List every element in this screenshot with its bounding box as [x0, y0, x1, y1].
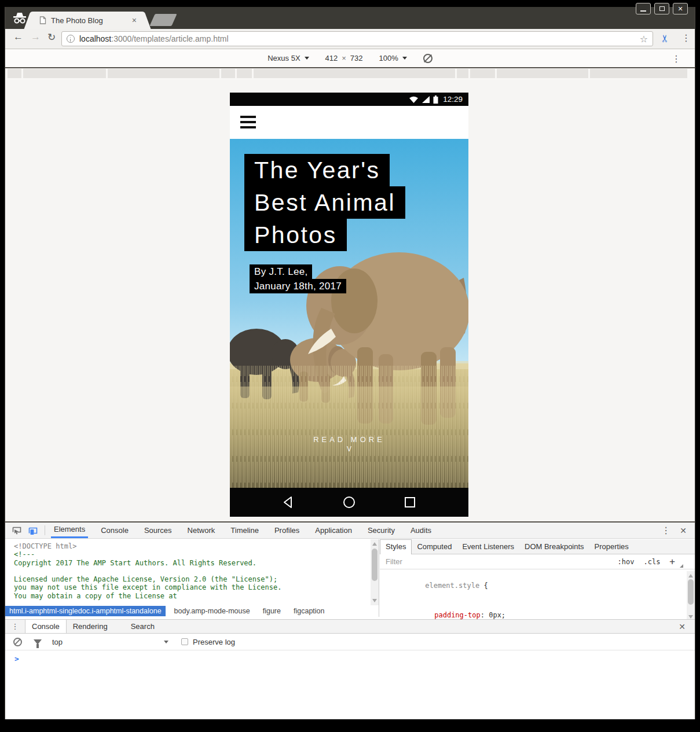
- dom-breadcrumb-bar: html.i-amphtml-singledoc.i-amphtml-stand…: [5, 605, 379, 617]
- breadcrumb-figcaption[interactable]: figcaption: [289, 606, 329, 616]
- scroll-thumb[interactable]: [372, 549, 378, 581]
- tab-event-listeners[interactable]: Event Listeners: [457, 539, 519, 554]
- page-viewport: 12:29: [5, 80, 695, 521]
- viewport-width[interactable]: 412: [325, 54, 338, 62]
- devtools-menu-icon[interactable]: ⋮: [661, 525, 670, 536]
- viewport-height[interactable]: 732: [350, 54, 363, 62]
- tab-profiles[interactable]: Profiles: [272, 523, 302, 538]
- execution-context-selector[interactable]: top: [52, 638, 63, 646]
- chevron-down-icon[interactable]: V: [230, 445, 468, 453]
- url-text[interactable]: localhost:3000/templates/article.amp.htm…: [79, 34, 229, 43]
- tab-computed[interactable]: Computed: [412, 539, 457, 554]
- window-close-button[interactable]: ✕: [673, 3, 688, 14]
- elements-tree-pane: <!DOCTYPE html> <!--- Copyright 2017 The…: [5, 539, 379, 605]
- tab-network[interactable]: Network: [185, 523, 218, 538]
- browser-tab[interactable]: The Photo Blog ×: [32, 12, 142, 29]
- drawer-tab-console[interactable]: Console: [25, 620, 67, 633]
- title-line: Photos: [244, 219, 347, 251]
- tab-application[interactable]: Application: [312, 523, 355, 538]
- tab-timeline[interactable]: Timeline: [228, 523, 262, 538]
- tab-audits[interactable]: Audits: [408, 523, 434, 538]
- styles-filter-input[interactable]: Filter: [386, 557, 402, 566]
- byline-author: By J.T. Lee,: [250, 264, 312, 279]
- drawer-menu-icon[interactable]: ⋮: [5, 620, 25, 633]
- page-icon: [39, 16, 46, 24]
- back-icon[interactable]: ←: [13, 31, 23, 43]
- drawer-tab-search[interactable]: Search: [124, 620, 161, 633]
- pseudo-state-toggle[interactable]: :hov: [618, 558, 635, 566]
- address-bar[interactable]: localhost:3000/templates/article.amp.htm…: [61, 31, 653, 46]
- scroll-down-icon[interactable]: [688, 615, 693, 619]
- scissors-extension-icon[interactable]: ✂: [659, 34, 671, 42]
- rule-selector[interactable]: element.style: [425, 582, 479, 590]
- clear-console-icon[interactable]: [13, 638, 22, 646]
- toolbar-divider: [45, 525, 45, 535]
- drawer-tab-bar: ⋮ Console Rendering Search ✕: [5, 620, 695, 634]
- scroll-up-icon[interactable]: [372, 542, 377, 546]
- tab-properties[interactable]: Properties: [589, 539, 634, 554]
- drawer-close-icon[interactable]: ✕: [679, 620, 695, 633]
- drawer-tab-rendering[interactable]: Rendering: [67, 620, 114, 633]
- device-select[interactable]: Nexus 5X: [267, 54, 309, 62]
- hamburger-menu-icon[interactable]: [240, 116, 256, 131]
- scroll-thumb[interactable]: [688, 579, 694, 605]
- zoom-select[interactable]: 100%: [379, 54, 407, 62]
- dom-line[interactable]: Licensed under the Apache License, Versi…: [14, 575, 379, 583]
- android-home-icon[interactable]: [343, 496, 356, 509]
- breadcrumb-figure[interactable]: figure: [259, 606, 285, 616]
- android-recents-icon[interactable]: [404, 496, 416, 509]
- device-toolbar-menu-icon[interactable]: ⋮: [672, 53, 681, 64]
- info-icon[interactable]: [67, 35, 75, 43]
- new-style-rule-button[interactable]: +: [669, 556, 675, 567]
- breadcrumb-html[interactable]: html.i-amphtml-singledoc.i-amphtml-stand…: [5, 606, 166, 616]
- element-class-toggle[interactable]: .cls: [643, 558, 660, 566]
- tab-close-icon[interactable]: ×: [132, 16, 137, 25]
- title-line: The Year's: [244, 154, 390, 186]
- tab-security[interactable]: Security: [365, 523, 398, 538]
- css-value[interactable]: : 0px;: [481, 611, 505, 619]
- browser-menu-icon[interactable]: ⋮: [681, 32, 691, 43]
- dom-line[interactable]: Copyright 2017 The AMP Start Authors. Al…: [14, 559, 379, 567]
- tab-elements[interactable]: Elements: [51, 523, 88, 538]
- preserve-log-checkbox[interactable]: [181, 638, 188, 645]
- tab-strip: The Photo Blog × ✕: [5, 7, 695, 29]
- devtools-close-icon[interactable]: ✕: [680, 526, 687, 535]
- dom-line[interactable]: you may not use this file except in comp…: [14, 583, 379, 591]
- viewport-size[interactable]: 412 × 732: [325, 54, 363, 62]
- elements-scrollbar[interactable]: [371, 539, 379, 605]
- styles-filter-row: Filter :hov .cls +: [380, 554, 695, 569]
- styles-scrollbar[interactable]: [687, 571, 695, 621]
- console-prompt-icon[interactable]: >: [14, 654, 19, 663]
- filter-funnel-icon[interactable]: [34, 639, 42, 645]
- breadcrumb-body[interactable]: body.amp-mode-mouse: [170, 606, 254, 616]
- maximize-button[interactable]: [654, 3, 669, 14]
- tab-sources[interactable]: Sources: [141, 523, 175, 538]
- scroll-up-icon[interactable]: [688, 574, 693, 577]
- console-output[interactable]: >: [5, 650, 695, 732]
- css-property[interactable]: padding-top: [434, 611, 480, 619]
- times-separator: ×: [342, 54, 346, 62]
- tab-console[interactable]: Console: [98, 523, 131, 538]
- long-press-indicator: [680, 564, 683, 568]
- reload-icon[interactable]: ↻: [47, 31, 56, 43]
- bookmark-star-icon[interactable]: ☆: [640, 34, 648, 45]
- new-tab-button[interactable]: [149, 14, 177, 26]
- scroll-down-icon[interactable]: [372, 599, 377, 602]
- rotate-icon[interactable]: [423, 54, 433, 63]
- read-more-link[interactable]: READ MORE V: [230, 435, 468, 453]
- chevron-down-icon[interactable]: [164, 641, 168, 643]
- read-more-label[interactable]: READ MORE: [230, 435, 468, 444]
- tab-styles[interactable]: Styles: [380, 539, 412, 554]
- device-toolbar-icon[interactable]: [28, 526, 38, 535]
- dom-line[interactable]: <!---: [14, 550, 379, 558]
- devtools-toolbar: Elements Console Sources Network Timelin…: [5, 523, 695, 539]
- android-back-icon[interactable]: [282, 496, 295, 509]
- dom-line[interactable]: <!DOCTYPE html>: [14, 542, 379, 550]
- minimize-button[interactable]: [636, 3, 651, 14]
- dom-line[interactable]: [14, 567, 379, 575]
- forward-icon[interactable]: →: [31, 31, 41, 43]
- tab-dom-breakpoints[interactable]: DOM Breakpoints: [519, 539, 589, 554]
- inspect-icon[interactable]: [12, 526, 21, 535]
- dom-line[interactable]: You may obtain a copy of the License at: [14, 592, 379, 600]
- status-time: 12:29: [443, 95, 463, 104]
